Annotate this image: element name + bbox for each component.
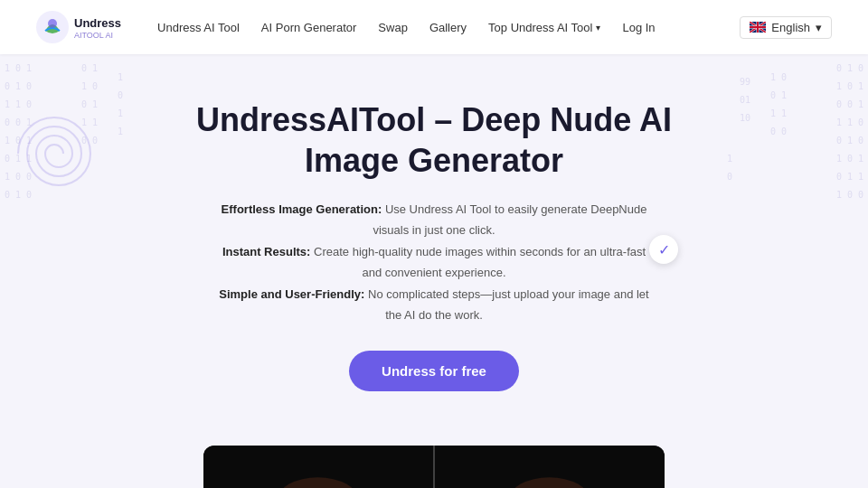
hero-title: UndressAITool – Deep Nude AI Image Gener…	[154, 99, 714, 181]
nav-link-ai-porn-generator[interactable]: AI Porn Generator	[261, 21, 357, 34]
nav-link-swap[interactable]: Swap	[378, 21, 408, 34]
nav-link-top-undress[interactable]: Top Undress AI Tool ▾	[488, 21, 600, 34]
hero-section: UndressAITool – Deep Nude AI Image Gener…	[0, 54, 868, 418]
hero-desc-bold-1: Effortless Image Generation:	[222, 202, 382, 216]
demo-after-person-svg	[435, 446, 665, 488]
hero-desc-text-3: No complicated steps—just upload your im…	[364, 287, 648, 322]
demo-before-photo	[203, 446, 433, 488]
checkmark-bubble: ✓	[649, 235, 678, 264]
demo-image-section	[203, 446, 665, 488]
hero-description: Effortless Image Generation: Use Undress…	[217, 199, 651, 325]
flag-uk-icon	[750, 22, 766, 33]
nav-link-login[interactable]: Log In	[622, 21, 655, 34]
logo[interactable]: Undress AITOOL AI	[36, 11, 121, 43]
logo-icon	[36, 11, 69, 43]
chevron-down-icon: ▾	[596, 23, 600, 33]
nav-link-gallery[interactable]: Gallery	[429, 21, 467, 34]
language-label: English	[771, 21, 810, 34]
hero-desc-text-2: Create high-quality nude images within s…	[310, 245, 646, 279]
cta-undress-button[interactable]: Undress for free	[349, 351, 519, 391]
hero-desc-bold-2: Instant Results:	[222, 245, 311, 258]
navbar: Undress AITOOL AI Undress AI Tool AI Por…	[0, 0, 868, 54]
hero-desc-text-1: Use Undress AI Tool to easily generate D…	[373, 202, 646, 237]
hero-desc-bold-3: Simple and User-Friendly:	[219, 287, 364, 301]
checkmark-icon: ✓	[658, 241, 670, 258]
nav-link-undress-ai-tool[interactable]: Undress AI Tool	[157, 21, 240, 34]
language-selector[interactable]: English ▾	[740, 16, 832, 39]
nav-links: Undress AI Tool AI Porn Generator Swap G…	[157, 21, 740, 34]
language-chevron-icon: ▾	[816, 21, 822, 34]
logo-brand-name: Undress	[74, 16, 121, 30]
demo-before-person-svg	[203, 446, 433, 488]
svg-point-1	[48, 19, 57, 28]
logo-sub-text: AITOOL AI	[74, 31, 121, 40]
demo-after-photo	[435, 446, 665, 488]
